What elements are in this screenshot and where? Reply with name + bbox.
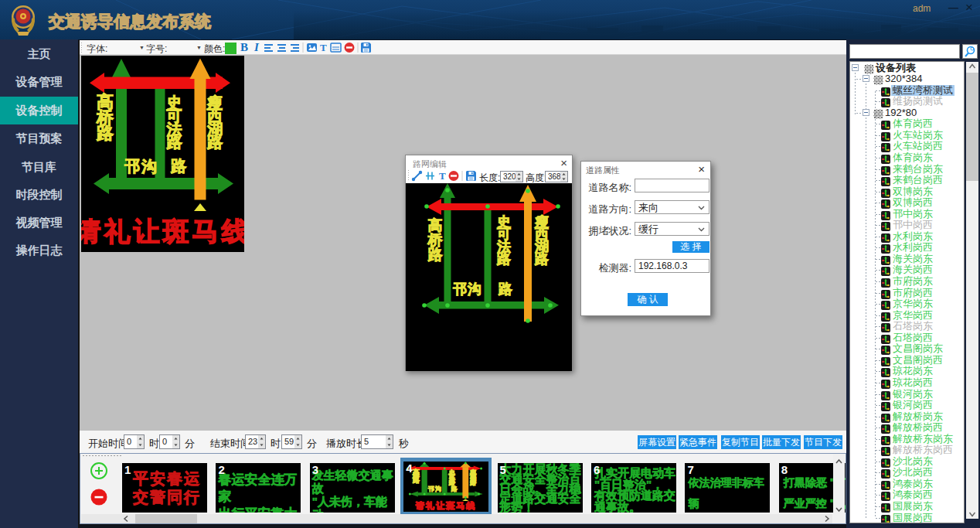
svg-text:桥: 桥 (427, 232, 444, 248)
svg-text:路: 路 (496, 251, 511, 267)
svg-text:路: 路 (469, 479, 476, 486)
svg-text:邗沟: 邗沟 (124, 158, 158, 175)
svg-text:路: 路 (413, 476, 420, 484)
svg-text:路: 路 (96, 124, 114, 143)
svg-text:路: 路 (498, 281, 512, 297)
svg-text:邗沟: 邗沟 (427, 485, 442, 492)
svg-text:请礼让斑马线: 请礼让斑马线 (416, 501, 477, 510)
svg-text:T: T (439, 170, 446, 182)
svg-text:高: 高 (428, 217, 443, 233)
svg-text:路: 路 (166, 134, 183, 151)
svg-text:T: T (320, 42, 327, 53)
svg-text:路: 路 (170, 158, 187, 175)
svg-text:请礼让斑马线: 请礼让斑马线 (81, 216, 244, 246)
svg-text:路: 路 (451, 485, 458, 492)
svg-text:路: 路 (206, 134, 223, 151)
svg-text:路: 路 (534, 251, 549, 267)
svg-text:路: 路 (427, 247, 444, 263)
svg-text:邗沟: 邗沟 (452, 281, 482, 297)
